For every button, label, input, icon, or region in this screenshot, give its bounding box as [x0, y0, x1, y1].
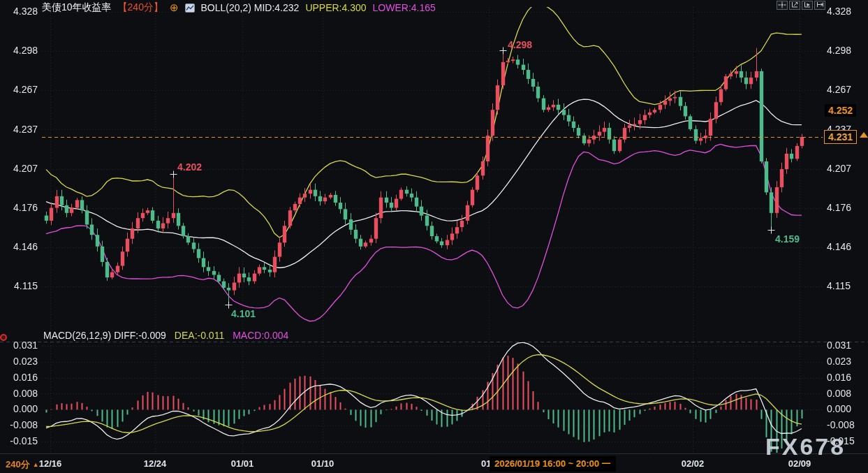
price-panel-header: 美债10年收益率 【240分】 ⊕ BOLL(20,2) MID:4.232 U… [42, 1, 436, 14]
boll-mid-label: BOLL(20,2) MID:4.232 [201, 2, 300, 13]
macd-tick-label: -0.008 [4, 419, 38, 430]
price-tick-label: 4.146 [827, 241, 851, 252]
crosshair-time-tooltip: 2026/01/19 16:00 ~ 20:00 一 [490, 456, 616, 472]
price-tick-label: 4.237 [4, 124, 38, 135]
highlighted-price-label: 4.252 [825, 104, 856, 117]
macd-tick-label: -0.008 [827, 419, 855, 430]
macd-tick-label: 0.031 [4, 340, 38, 351]
boll-upper-label: UPPER:4.300 [305, 2, 366, 13]
crosshair-icon [778, 0, 786, 10]
date-tick-label: 01/01 [231, 458, 254, 469]
playback-button[interactable] [802, 1, 813, 10]
macd-tick-label: 0.008 [827, 388, 851, 399]
macd-panel-marker-icon[interactable] [0, 334, 7, 341]
axes-arrow-icon [790, 0, 799, 10]
interval-tag: 【240分】 [118, 1, 163, 14]
macd-dea-label: DEA:-0.011 [175, 330, 224, 341]
high-annotation: 4.298 [508, 39, 532, 50]
macd-tick-label: 0.016 [4, 372, 38, 383]
interval-label: 240分 [6, 458, 30, 471]
interval-toggle[interactable]: 240分 ▲ [6, 458, 39, 471]
macd-tick-label: 0.000 [827, 403, 851, 414]
macd-tick-label: 0.008 [4, 388, 38, 399]
price-tick-label: 4.176 [4, 202, 38, 213]
chart-style-icon[interactable] [185, 3, 195, 13]
date-tick-label: 02/02 [682, 458, 705, 469]
price-tick-label: 4.207 [827, 163, 851, 174]
low-annotation: 4.101 [231, 308, 256, 319]
indicator-settings-icon[interactable]: ⊕ [170, 3, 179, 13]
price-tick-label: 4.328 [827, 6, 851, 17]
macd-panel-header: MACD(26,12,9) DIFF:-0.009 DEA:-0.011 MAC… [43, 330, 288, 341]
macd-tick-label: -0.015 [4, 435, 38, 446]
brand-watermark: FX678 [765, 433, 846, 460]
price-tick-label: 4.115 [4, 280, 38, 291]
arrow-out-icon [816, 0, 824, 10]
date-tick-label: 12/24 [144, 458, 167, 469]
macd-tick-label: 0.000 [4, 403, 38, 414]
macd-tick-label: 0.023 [827, 356, 851, 367]
price-tick-label: 4.115 [827, 280, 851, 291]
price-tick-label: 4.176 [827, 202, 851, 213]
crosshair-tool-button[interactable] [777, 1, 788, 10]
date-tick-label: 12/16 [39, 458, 62, 469]
price-tick-label: 4.207 [4, 163, 38, 174]
zoom-range-button[interactable] [789, 1, 800, 10]
high-annotation: 4.202 [177, 161, 202, 173]
price-tick-label: 4.298 [4, 45, 38, 56]
macd-diff-label: MACD(26,12,9) DIFF:-0.009 [43, 330, 166, 341]
low-annotation: 4.159 [775, 233, 800, 245]
macd-tick-label: 0.023 [4, 356, 38, 367]
triangle-up-icon: ▲ [33, 460, 39, 470]
price-tick-label: 4.267 [827, 84, 851, 95]
price-tick-label: 4.267 [4, 84, 38, 95]
price-tick-label: 4.146 [4, 241, 38, 252]
price-tick-label: 4.298 [827, 45, 851, 56]
price-tick-label: 4.328 [4, 6, 38, 17]
play-icon [803, 0, 811, 10]
macd-hist-label: MACD:0.004 [233, 330, 288, 341]
last-price-label: 4.231 [824, 130, 857, 144]
boll-lower-label: LOWER:4.165 [373, 2, 436, 13]
last-price-marker-icon [860, 132, 868, 138]
chart-window: 美债10年收益率 【240分】 ⊕ BOLL(20,2) MID:4.232 U… [0, 0, 868, 473]
instrument-title: 美债10年收益率 [42, 1, 112, 14]
jump-latest-button[interactable] [814, 1, 825, 10]
chart-toolbar [777, 1, 825, 10]
macd-tick-label: 0.031 [827, 340, 851, 351]
chart-canvas[interactable] [0, 0, 868, 473]
macd-tick-label: 0.016 [827, 372, 851, 383]
date-tick-label: 01/10 [311, 458, 334, 469]
